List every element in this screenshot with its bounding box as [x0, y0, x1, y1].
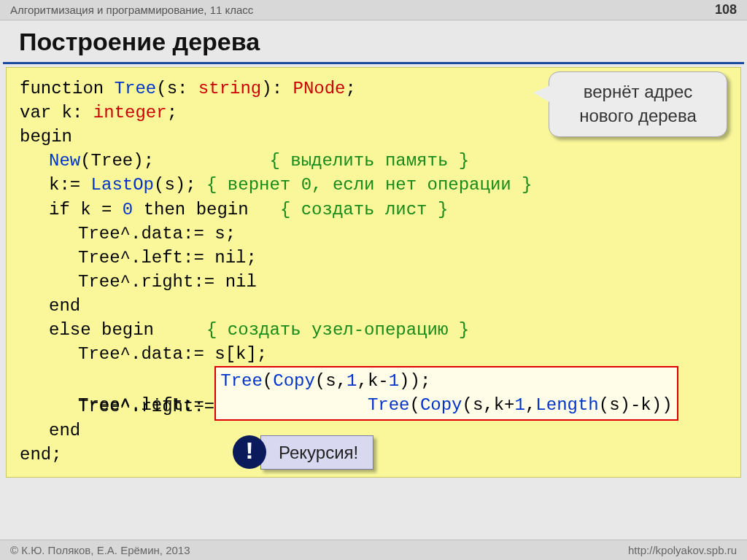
- code-line-4: New(Tree); { выделить память }: [20, 149, 727, 173]
- code-line-9: Tree^.right:= nil: [20, 270, 727, 294]
- code-line-10: end: [20, 294, 727, 318]
- callout-bubble: вернёт адрес нового дерева: [549, 71, 727, 137]
- code-line-6: if k = 0 then begin { создать лист }: [20, 198, 727, 222]
- header-bar: Алгоритмизация и программирование, 11 кл…: [0, 0, 747, 20]
- authors-label: © К.Ю. Поляков, Е.А. Ерёмин, 2013: [10, 544, 190, 556]
- slide-title: Построение дерева: [3, 20, 744, 64]
- code-line-12: Tree^.data:= s[k];: [20, 342, 727, 366]
- code-line-8: Tree^.left:= nil;: [20, 246, 727, 270]
- code-line-5: k:= LastOp(s); { вернет 0, если нет опер…: [20, 173, 727, 197]
- code-line-14-prefix: Tree^.right:=: [20, 394, 727, 419]
- page-number: 108: [715, 2, 737, 18]
- recursion-callout: ! Рекурсия!: [233, 435, 374, 470]
- callout-text: вернёт адрес нового дерева: [579, 82, 697, 125]
- course-label: Алгоритмизация и программирование, 11 кл…: [10, 4, 253, 16]
- code-line-7: Tree^.data:= s;: [20, 222, 727, 246]
- footer-bar: © К.Ю. Поляков, Е.А. Ерёмин, 2013 http:/…: [0, 540, 747, 560]
- code-line-11: else begin { создать узел-операцию }: [20, 318, 727, 342]
- url-label: http://kpolyakov.spb.ru: [628, 544, 737, 556]
- code-block: вернёт адрес нового дерева function Tree…: [6, 67, 741, 478]
- exclamation-icon: !: [233, 435, 266, 469]
- recursion-label: Рекурсия!: [260, 435, 374, 470]
